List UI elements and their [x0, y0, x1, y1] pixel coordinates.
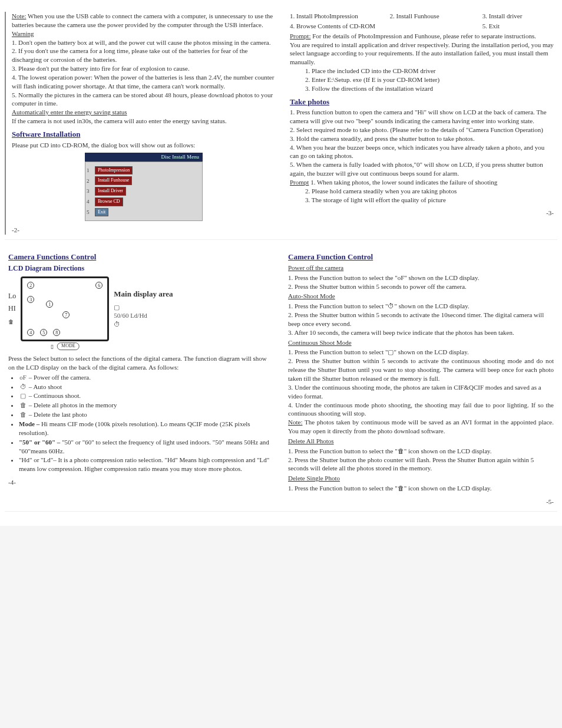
lcd-hi: HI	[8, 302, 16, 315]
cont-note-text: The photos taken by continuous mode will…	[288, 419, 554, 434]
lcd-callout-2: 2	[27, 282, 34, 289]
auto-shoot-3: 3. After 10 seconds, the camera will bee…	[288, 328, 554, 337]
note-label: Note:	[12, 12, 26, 19]
page-number-4: -4-	[8, 478, 274, 487]
fn-compress: "Hd" or "Ld"– It is a photo compression …	[19, 456, 274, 473]
install-dialog: Disc Install Menu 1PhotoImpression 2Inst…	[85, 153, 203, 221]
lcd-footer: ▯ MODE	[51, 342, 80, 350]
take-2: 2. Select required mode to take photo. (…	[290, 126, 554, 134]
install-item-3: 3Install Driver	[87, 187, 199, 196]
take-5: 5. When the camera is fully loaded with …	[290, 160, 554, 178]
software-heading: Software Installation	[12, 129, 276, 140]
prompt-label: Prompt:	[290, 32, 310, 39]
delete-all-1: 1. Press the Function button to select t…	[288, 447, 554, 456]
main-icons: ▢ 50/60 Ld/Hd ⏱	[114, 303, 173, 330]
auto-shoot-2: 2. Press the Shutter button within 5 sec…	[288, 311, 554, 328]
cont-shoot-1: 1. Press the Function button to select "…	[288, 348, 554, 357]
cont-shoot-label: Continuous Shoot Mode	[288, 338, 554, 347]
opt-1: 1. Install PhotoImpression	[290, 12, 382, 21]
mode-pill: MODE	[57, 342, 80, 350]
fn-continuous: ▢ – Continuous shoot.	[19, 391, 274, 400]
manual-2: 2. Enter E:\Setup. exe (If E is your CD-…	[305, 75, 554, 84]
prompt2-2: 2. Please hold camera steadily when you …	[305, 187, 554, 196]
lcd-intro: Press the Select button to select the fu…	[8, 354, 274, 372]
page-2: Note: When you use the USB cable to conn…	[5, 12, 279, 235]
lcd-left-labels: Lo HI	[8, 290, 16, 328]
page-4: Camera Functions Control LCD Diagram Dir…	[5, 248, 277, 506]
delete-all-2: 2. Press the Shutter button the photo co…	[288, 456, 554, 473]
lcd-callout-1: 1	[46, 301, 53, 308]
cont-shoot-4: 4. Under the continuous mode photo shoot…	[288, 401, 554, 419]
opt-5: 5. Exit	[482, 22, 554, 31]
page-number-2: -2-	[12, 226, 276, 235]
lcd-lo: Lo	[8, 290, 16, 303]
warning-label: Warning	[12, 29, 276, 38]
auto-shoot-label: Auto-Shoot Mode	[288, 292, 554, 301]
warn-4: 4. The lowest operation power: When the …	[12, 73, 276, 91]
fn-freq: "50" or "60" – "50" or "60" to select th…	[19, 438, 274, 456]
battery-icon: ▯	[51, 343, 54, 350]
lcd-callout-4: 4	[27, 329, 34, 336]
fn-delete-all: 🗑 – Delete all photos in the memory	[19, 401, 274, 410]
lcd-diagram: Lo HI 2 6 3 1 7 4 5 8 ▯ MODE	[8, 276, 274, 341]
prompt-text: For the details of PhotoImpression and F…	[312, 32, 536, 39]
page-number-3: -3-	[290, 209, 554, 218]
prompt2-1: 1. When taking photos, the lower sound i…	[310, 179, 497, 186]
prompt-line: Prompt: For the details of PhotoImpressi…	[290, 32, 554, 41]
cont-note: Note: The photos taken by continuous mod…	[288, 418, 554, 436]
main-display-label: Main display area	[114, 289, 173, 299]
take-4: 4. When you hear the buzzer beeps once, …	[290, 143, 554, 161]
cont-note-label: Note:	[288, 419, 302, 426]
page-3: 1. Install PhotoImpression 2. Install Fu…	[286, 12, 557, 235]
cont-shoot-2: 2. Press the Shutter button within 5 sec…	[288, 357, 554, 383]
opt-3: 3. Install driver	[482, 12, 554, 21]
lcd-box: 2 6 3 1 7 4 5 8 ▯ MODE	[21, 276, 109, 341]
function-list: oF – Power off the camera. ⏱ – Auto shoo…	[19, 373, 274, 473]
warn-1: 1. Don't open the battery box at will, a…	[12, 38, 276, 47]
auto-text: If the camera is not used in30s, the cam…	[12, 117, 276, 126]
delete-all-label: Delete All Photos	[288, 437, 554, 446]
delete-single-label: Delete Single Photo	[288, 474, 554, 483]
lcd-right: Main display area ▢ 50/60 Ld/Hd ⏱	[114, 289, 173, 329]
manual-3: 3. Follow the directions of the installa…	[305, 84, 554, 93]
row-top: Note: When you use the USB cable to conn…	[5, 12, 557, 240]
lcd-callout-3: 3	[27, 296, 34, 303]
power-off-label: Power off the camera	[288, 263, 554, 272]
fn-delete-last: 🗑 – Delete the last photo	[19, 410, 274, 419]
lcd-text: 50/60 Ld/Hd	[114, 312, 147, 319]
fn-power-off: oF – Power off the camera.	[19, 373, 274, 382]
install-options-grid: 1. Install PhotoImpression 2. Install Fu…	[290, 12, 554, 31]
note-text: When you use the USB cable to connect th…	[12, 12, 273, 28]
opt-2: 2. Install Funhouse	[389, 12, 475, 21]
page-number-5: -5-	[288, 498, 554, 506]
opt-4: 4. Browse Contents of CD-ROM	[290, 22, 382, 31]
install-para: You are required to install application …	[290, 41, 554, 67]
lcd-callout-5: 5	[40, 329, 47, 336]
software-text: Please put CD into CD-ROM, the dialog bo…	[12, 141, 276, 150]
lcd-callout-6: 6	[95, 282, 103, 289]
warn-3: 3. Please don't put the battery into fir…	[12, 64, 276, 73]
note-line: Note: When you use the USB cable to conn…	[12, 12, 276, 29]
cont-shoot-3: 3. Under the continuous shooting mode, t…	[288, 383, 554, 401]
take-1: 1. Press function button to open the cam…	[290, 108, 554, 126]
cam-func-control-heading: Camera Function Control	[288, 252, 554, 262]
auto-shoot-1: 1. Press the Function button to select "…	[288, 302, 554, 311]
cam-func-heading: Camera Functions Control	[8, 252, 274, 262]
page-5: Camera Function Control Power off the ca…	[285, 248, 557, 506]
take-3: 3. Hold the camera steadily, and press t…	[290, 134, 554, 143]
install-item-1: 1PhotoImpression	[87, 166, 199, 175]
lcd-callout-7: 7	[62, 311, 70, 318]
trash-icon	[8, 315, 16, 328]
prompt2-line: Prompt 1. When taking photos, the lower …	[290, 178, 554, 187]
delete-single-1: 1. Press the Function button to select t…	[288, 484, 554, 493]
prompt2-3: 3. The storage of light will effort the …	[305, 196, 554, 205]
install-dialog-body: 1PhotoImpression 2Install Funhouse 3Inst…	[85, 162, 203, 222]
warn-5: 5. Normally the pictures in the camera c…	[12, 91, 276, 108]
take-photos-heading: Take photos	[290, 97, 554, 107]
power-off-1: 1. Press the Function button to select t…	[288, 274, 554, 282]
install-dialog-title: Disc Install Menu	[85, 153, 203, 161]
lcd-sub: LCD Diagram Directions	[8, 263, 274, 273]
fn-mode: Mode – Hi means CIF mode (100k pixels re…	[19, 420, 274, 437]
auto-label: Automatically enter the energy saving st…	[12, 108, 276, 117]
power-off-2: 2. Press the Shutter button within 5 sec…	[288, 282, 554, 291]
